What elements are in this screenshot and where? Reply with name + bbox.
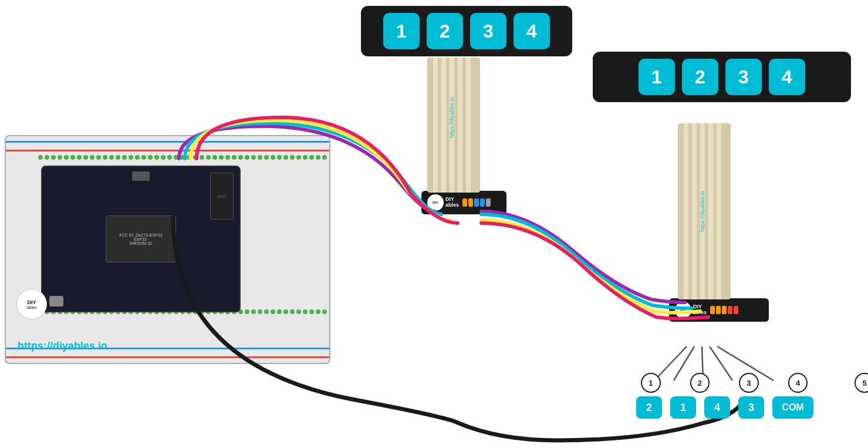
label-btn-2: 2 <box>636 396 662 419</box>
breadboard-url: https://diyables.io <box>18 340 107 352</box>
wire-cyan-right <box>481 214 692 308</box>
pin-row-top <box>38 155 327 160</box>
diyables-logo-center: DIY DIY ables <box>427 194 459 211</box>
pin-circle-3: 3 <box>739 373 759 393</box>
esp32-board: FCC ID: 2AC7Z-ESP32 ESP32- WROOM-32 ANT <box>41 166 241 312</box>
keypad-bar-right: 1 2 3 4 <box>593 52 851 102</box>
pin-circle-1: 1 <box>641 373 661 393</box>
pin-circle-5: 5 <box>855 373 868 393</box>
diyables-logo-right: DIY DIY ables <box>675 302 707 318</box>
label-btn-4: 4 <box>704 396 730 419</box>
key-2-right: 2 <box>682 59 718 95</box>
wire-yellow-right <box>481 220 700 313</box>
pin-circle-4: 4 <box>788 373 808 393</box>
keypad-right: 1 2 3 4 <box>593 52 851 102</box>
logo-text-center: DIY ables <box>445 197 459 208</box>
ribbon-center-bg <box>427 58 480 193</box>
key-1-center: 1 <box>383 13 420 49</box>
svg-rect-0 <box>433 58 438 193</box>
svg-rect-6 <box>692 123 697 299</box>
breadboard-logo: DIY ables <box>16 289 47 319</box>
keypad-bar-center: 1 2 3 4 <box>361 6 572 56</box>
label-buttons-row: 2 1 4 3 COM <box>634 396 857 419</box>
svg-rect-8 <box>708 123 713 299</box>
label-btn-1: 1 <box>670 396 696 419</box>
pin-circles-row: 1 2 3 4 5 <box>634 373 857 393</box>
keypad-center: 1 2 3 4 <box>361 6 572 56</box>
svg-rect-2 <box>450 58 454 193</box>
logo-icon-right: DIY <box>675 302 691 318</box>
key-4-right: 4 <box>769 59 805 95</box>
svg-rect-9 <box>717 123 721 299</box>
ribbon-right-bg <box>678 123 731 299</box>
breadboard: FCC ID: 2AC7Z-ESP32 ESP32- WROOM-32 ANT … <box>5 135 330 364</box>
key-3-right: 3 <box>725 59 762 95</box>
key-3-center: 3 <box>470 13 506 49</box>
esp32-chip: FCC ID: 2AC7Z-ESP32 ESP32- WROOM-32 <box>106 215 176 262</box>
key-2-center: 2 <box>427 13 463 49</box>
watermark-center: https://diyables.io <box>449 97 455 138</box>
connector-center: DIY DIY ables <box>421 191 506 214</box>
label-btn-3: 3 <box>738 396 764 419</box>
svg-rect-5 <box>684 123 688 299</box>
connector-right: DIY DIY ables <box>669 298 769 322</box>
svg-rect-3 <box>458 58 462 193</box>
logo-text-right: DIY ables <box>693 304 707 316</box>
pin-circle-2: 2 <box>690 373 710 393</box>
wire-purple-right <box>481 211 685 302</box>
connector-pins-center <box>462 198 491 207</box>
logo-icon-center: DIY <box>427 194 444 211</box>
svg-rect-1 <box>441 58 446 193</box>
pin-labels-area: 1 2 3 4 5 2 1 4 3 COM <box>634 373 857 443</box>
svg-rect-7 <box>700 123 705 299</box>
svg-rect-4 <box>466 58 471 193</box>
connector-pins-right <box>710 306 738 314</box>
label-btn-com: COM <box>772 396 813 419</box>
key-4-center: 4 <box>514 13 550 49</box>
key-1-right: 1 <box>639 59 675 95</box>
power-rail-top <box>6 141 329 151</box>
watermark-right: https://diyables.io <box>700 191 705 232</box>
